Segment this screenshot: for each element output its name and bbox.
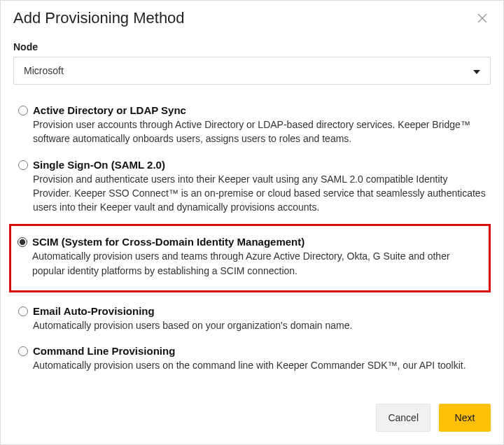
option-description: Automatically provision users on the com… [33,358,488,372]
provisioning-radio[interactable] [18,160,28,170]
radio-col [13,236,32,247]
node-select[interactable]: Microsoft [13,57,491,85]
provisioning-option[interactable]: Email Auto-ProvisioningAutomatically pro… [13,299,491,339]
provisioning-option[interactable]: Command Line ProvisioningAutomatically p… [13,339,491,379]
option-text: SCIM (System for Cross-Domain Identity M… [32,236,480,278]
option-description: Provision user accounts through Active D… [33,118,488,146]
close-button[interactable] [474,10,491,27]
provisioning-option[interactable]: Single Sign-On (SAML 2.0)Provision and a… [13,153,491,222]
svg-marker-2 [473,70,480,74]
node-select-value: Microsoft [24,65,473,76]
provisioning-radio[interactable] [18,346,28,356]
radio-col [13,345,33,356]
cancel-button[interactable]: Cancel [376,404,430,432]
provisioning-radio[interactable] [18,106,28,115]
option-text: Active Directory or LDAP SyncProvision u… [33,104,488,146]
next-button[interactable]: Next [439,404,491,432]
provisioning-option[interactable]: Active Directory or LDAP SyncProvision u… [13,99,491,153]
option-title: Active Directory or LDAP Sync [33,104,488,116]
radio-col [13,159,33,170]
option-text: Command Line ProvisioningAutomatically p… [33,345,488,372]
close-icon [477,13,488,24]
option-description: Automatically provision users and teams … [32,249,480,278]
option-title: Command Line Provisioning [33,345,488,357]
chevron-down-icon [473,64,480,77]
option-description: Provision and authenticate users into th… [33,172,488,215]
option-description: Automatically provision users based on y… [33,318,488,332]
radio-col [13,104,33,115]
dialog-body: Node Microsoft Active Directory or LDAP … [1,33,503,393]
provisioning-radio[interactable] [18,237,27,247]
options-list: Active Directory or LDAP SyncProvision u… [13,99,491,380]
provisioning-option[interactable]: SCIM (System for Cross-Domain Identity M… [13,230,483,285]
node-label: Node [13,41,491,52]
add-provisioning-dialog: Add Provisioning Method Node Microsoft A… [0,0,504,445]
provisioning-radio[interactable] [18,306,28,316]
option-title: Email Auto-Provisioning [33,305,488,317]
highlighted-option-box: SCIM (System for Cross-Domain Identity M… [9,224,491,292]
dialog-footer: Cancel Next [1,393,503,444]
radio-col [13,305,33,316]
option-title: SCIM (System for Cross-Domain Identity M… [32,236,480,248]
option-title: Single Sign-On (SAML 2.0) [33,159,488,171]
dialog-title: Add Provisioning Method [13,9,185,27]
option-text: Single Sign-On (SAML 2.0)Provision and a… [33,159,488,215]
dialog-header: Add Provisioning Method [1,1,503,33]
option-text: Email Auto-ProvisioningAutomatically pro… [33,305,488,332]
